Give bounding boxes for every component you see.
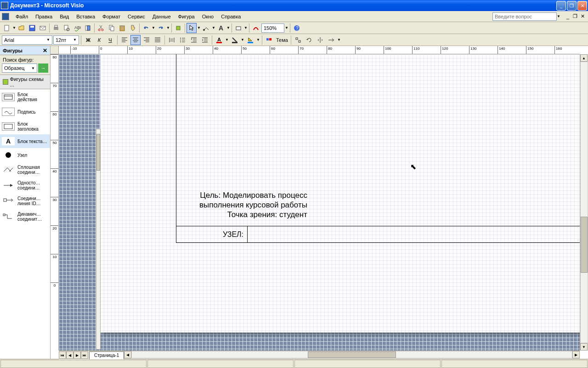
menu-file[interactable]: Файл: [12, 13, 32, 20]
save-button[interactable]: [27, 23, 37, 33]
shape-item-signature[interactable]: Подпись: [0, 105, 50, 119]
open-button[interactable]: [17, 23, 27, 33]
redo-dropdown[interactable]: ▼: [166, 26, 170, 30]
shape-item-dynamic-connector[interactable]: Динамич… соединит…: [0, 209, 50, 224]
font-name-combo[interactable]: Arial▼: [2, 35, 52, 45]
increase-indent-button[interactable]: [200, 35, 210, 45]
ink-button[interactable]: [251, 23, 261, 33]
stencil-header[interactable]: Фигуры схемы ...: [0, 75, 50, 89]
shape-dropdown[interactable]: ▼: [244, 26, 248, 30]
doc-restore-button[interactable]: ❐: [571, 13, 579, 20]
vscroll-track[interactable]: [580, 62, 588, 343]
redo-button[interactable]: [156, 23, 166, 33]
undo-button[interactable]: [141, 23, 151, 33]
shape-tool-button[interactable]: [233, 23, 243, 33]
dist-horiz-button[interactable]: [167, 35, 177, 45]
shape-item-node[interactable]: Узел: [0, 148, 50, 162]
vscroll-up-button[interactable]: ▲: [580, 54, 588, 62]
paste-button[interactable]: [117, 23, 127, 33]
font-size-combo[interactable]: 12пт▼: [53, 35, 79, 45]
tab-nav-last[interactable]: ⏭: [81, 351, 88, 359]
vscroll-down-button[interactable]: ▼: [580, 343, 588, 351]
theme-button[interactable]: [264, 35, 274, 45]
menu-window[interactable]: Окно: [198, 13, 218, 20]
ask-dropdown-icon[interactable]: ▼: [557, 14, 560, 18]
zoom-combo[interactable]: 150%: [261, 23, 284, 33]
menu-shape[interactable]: Фигура: [175, 13, 198, 20]
stamp-button[interactable]: [173, 23, 183, 33]
shape-item-oneway-connector[interactable]: Односто… соедини…: [0, 178, 50, 193]
rotate-button[interactable]: [304, 35, 314, 45]
tab-nav-next[interactable]: ▶: [74, 351, 81, 359]
flip-button[interactable]: [315, 35, 325, 45]
menu-tools[interactable]: Сервис: [124, 13, 149, 20]
underline-button[interactable]: Ч: [105, 35, 115, 45]
email-button[interactable]: [38, 23, 48, 33]
drawing-page[interactable]: Цель: Моделировать процесс выполнения ку…: [100, 54, 580, 333]
menu-app-icon[interactable]: [2, 13, 9, 20]
text-block[interactable]: Цель: Моделировать процесс выполнения ку…: [199, 190, 307, 219]
print-preview-button[interactable]: [62, 23, 72, 33]
pointer-tool-button[interactable]: [187, 23, 197, 33]
vscroll-thumb[interactable]: [581, 217, 588, 273]
shape-item-header-block[interactable]: Блок заголовка: [0, 119, 50, 134]
spellcheck-button[interactable]: ABC: [72, 23, 82, 33]
ask-question-input[interactable]: [492, 12, 557, 21]
font-color-dropdown[interactable]: ▼: [225, 38, 229, 42]
tab-nav-first[interactable]: ⏮: [59, 351, 66, 359]
shape-item-solid-connector[interactable]: Сплошная соедини…: [0, 162, 50, 178]
cut-button[interactable]: [96, 23, 106, 33]
horizontal-ruler[interactable]: -100102030405060708090100110120130140150…: [59, 46, 580, 54]
zoom-dropdown[interactable]: ▼: [285, 26, 288, 30]
pointer-dropdown[interactable]: ▼: [197, 26, 201, 30]
doc-minimize-button[interactable]: _: [564, 13, 571, 20]
menu-data[interactable]: Данные: [149, 13, 175, 20]
node-cell[interactable]: УЗЕЛ:: [176, 226, 248, 242]
idef-frame[interactable]: Цель: Моделировать процесс выполнения ку…: [176, 54, 580, 243]
undo-dropdown[interactable]: ▼: [152, 26, 155, 30]
align-right-button[interactable]: [141, 35, 152, 45]
line-ends-dropdown[interactable]: ▼: [337, 38, 341, 42]
menu-format[interactable]: Формат: [99, 13, 124, 20]
align-shapes-button[interactable]: [293, 35, 303, 45]
connector-dropdown[interactable]: ▼: [212, 26, 215, 30]
new-dropdown[interactable]: ▼: [12, 26, 16, 30]
fill-color-dropdown[interactable]: ▼: [256, 38, 260, 42]
text-dropdown[interactable]: ▼: [226, 26, 230, 30]
vertical-ruler[interactable]: 80706050403020100: [51, 54, 59, 351]
line-ends-button[interactable]: [326, 35, 336, 45]
shapes-search-go-button[interactable]: →: [38, 63, 48, 73]
hscroll-left-button[interactable]: ◀: [124, 351, 131, 358]
help-button[interactable]: ?: [292, 23, 302, 33]
maximize-button[interactable]: ❐: [567, 1, 577, 11]
menu-view[interactable]: Вид: [56, 13, 73, 20]
line-color-dropdown[interactable]: ▼: [241, 38, 244, 42]
shape-item-id-connector[interactable]: Соедини… линия ID…: [0, 193, 50, 209]
title-cell[interactable]: Выполнить курсовую работу: [248, 226, 580, 242]
align-justify-button[interactable]: [153, 35, 163, 45]
menu-insert[interactable]: Вставка: [73, 13, 99, 20]
shapes-scrollbar[interactable]: [96, 129, 101, 350]
align-left-button[interactable]: [119, 35, 130, 45]
bullets-button[interactable]: [178, 35, 188, 45]
shapes-close-icon[interactable]: ✕: [43, 47, 47, 54]
italic-button[interactable]: К: [94, 35, 104, 45]
line-color-button[interactable]: [230, 35, 240, 45]
bold-button[interactable]: Ж: [83, 35, 93, 45]
shapes-search-combo[interactable]: Образец▼: [2, 63, 37, 73]
connector-tool-button[interactable]: [201, 23, 211, 33]
research-button[interactable]: [83, 23, 93, 33]
shape-item-action-block[interactable]: Блок действия: [0, 89, 50, 105]
page-tab-1[interactable]: Страница-1: [89, 351, 124, 359]
shape-item-text-block[interactable]: AБлок текста…: [0, 134, 50, 148]
doc-close-button[interactable]: ✕: [579, 13, 586, 20]
hscroll-right-button[interactable]: ▶: [572, 351, 580, 358]
font-color-button[interactable]: A: [214, 35, 224, 45]
align-center-button[interactable]: [130, 35, 141, 45]
decrease-indent-button[interactable]: [189, 35, 199, 45]
print-button[interactable]: [51, 23, 61, 33]
drawing-canvas[interactable]: Цель: Моделировать процесс выполнения ку…: [59, 54, 580, 351]
close-button[interactable]: ✕: [577, 1, 587, 11]
format-painter-button[interactable]: [128, 23, 138, 33]
hscroll-track[interactable]: [131, 351, 572, 358]
